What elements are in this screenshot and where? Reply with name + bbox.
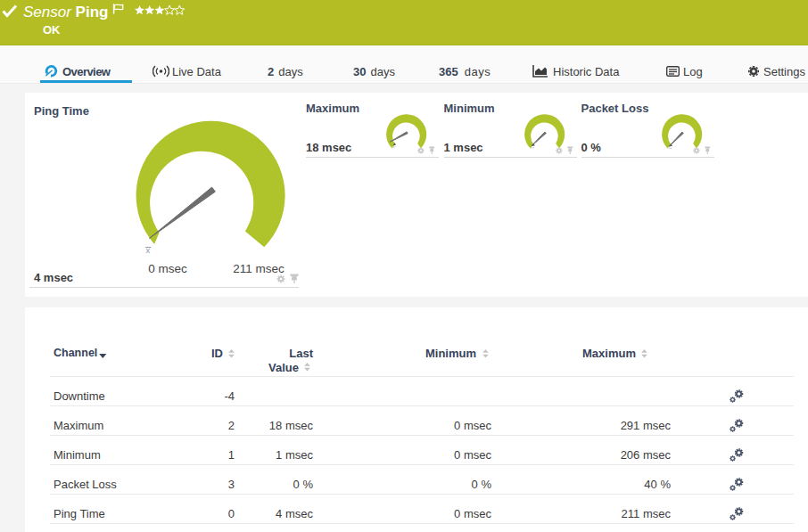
svg-text:x: x [146,245,151,255]
